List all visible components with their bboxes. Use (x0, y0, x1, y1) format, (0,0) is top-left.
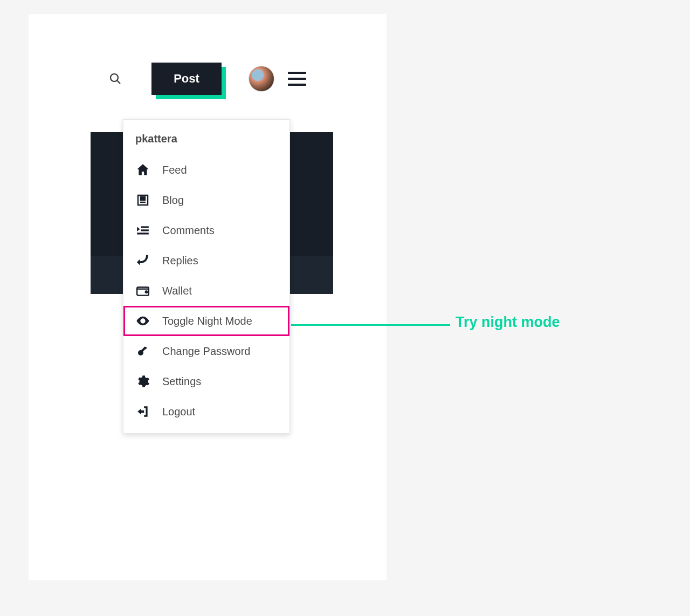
svg-rect-3 (141, 197, 145, 200)
avatar[interactable] (249, 66, 274, 92)
menu-item-label: Replies (162, 255, 198, 267)
replies-icon (135, 253, 150, 268)
key-icon (135, 344, 150, 359)
callout-line (291, 324, 450, 326)
post-button-wrap: Post (151, 63, 222, 95)
callout-text: Try night mode (456, 314, 560, 331)
menu-item-replies[interactable]: Replies (123, 245, 289, 276)
menu-item-label: Blog (162, 194, 184, 207)
menu-item-label: Feed (162, 164, 187, 176)
menu-item-label: Comments (162, 224, 215, 237)
svg-line-1 (118, 81, 121, 84)
menu-item-blog[interactable]: Blog (123, 185, 289, 215)
menu-item-label: Logout (162, 406, 195, 418)
menu-item-comments[interactable]: Comments (123, 215, 289, 245)
svg-marker-5 (137, 227, 140, 232)
menu-item-label: Change Password (162, 345, 250, 358)
user-dropdown: pkattera Feed Blog Comments Replies (123, 119, 290, 434)
svg-point-0 (111, 74, 118, 81)
menu-item-toggle-night-mode[interactable]: Toggle Night Mode (123, 306, 289, 336)
menu-item-label: Toggle Night Mode (162, 315, 252, 327)
svg-rect-7 (141, 229, 149, 231)
hamburger-menu-icon[interactable] (288, 72, 306, 86)
logout-icon (135, 404, 150, 419)
svg-marker-14 (137, 409, 144, 415)
comments-icon (135, 223, 150, 238)
app-frame: Post pkattera Feed Blog Comments (29, 14, 387, 580)
menu-item-label: Settings (162, 375, 201, 388)
wallet-icon (135, 283, 150, 298)
home-icon (135, 162, 150, 177)
post-button[interactable]: Post (151, 63, 222, 95)
svg-point-10 (146, 291, 147, 292)
eye-icon (135, 313, 150, 328)
menu-item-label: Wallet (162, 285, 192, 297)
menu-item-feed[interactable]: Feed (123, 155, 289, 185)
svg-rect-6 (141, 226, 149, 228)
top-bar: Post (29, 63, 387, 95)
blog-icon (135, 193, 150, 208)
menu-item-change-password[interactable]: Change Password (123, 336, 289, 366)
gear-icon (135, 374, 150, 389)
dropdown-username: pkattera (123, 129, 289, 155)
search-icon[interactable] (109, 72, 122, 85)
menu-item-wallet[interactable]: Wallet (123, 276, 289, 306)
menu-item-logout[interactable]: Logout (123, 396, 289, 427)
svg-rect-8 (137, 232, 149, 234)
post-button-label: Post (174, 72, 199, 86)
menu-item-settings[interactable]: Settings (123, 366, 289, 396)
